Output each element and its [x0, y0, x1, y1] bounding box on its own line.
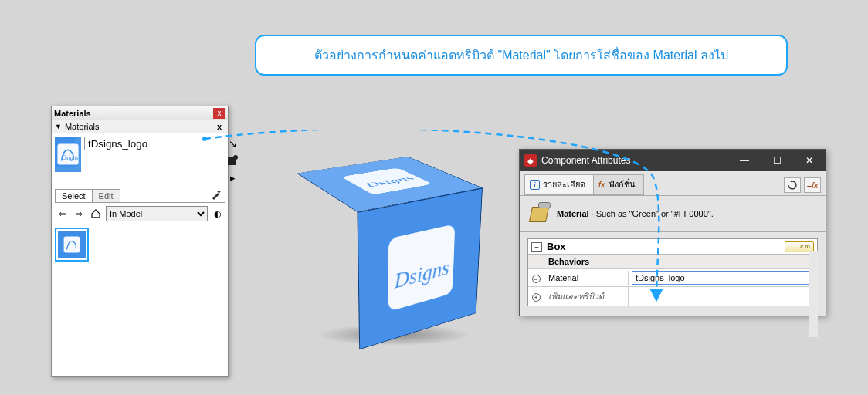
materials-section-text: Materials — [65, 122, 214, 131]
section-label: Behaviors — [544, 255, 629, 268]
attr-window-title: Component Attributes — [541, 155, 728, 166]
materials-panel: Materials x ▼ Materials x Dsigns ↘ ▸ — [51, 106, 229, 377]
material-name-input[interactable] — [84, 137, 222, 150]
remove-attr-icon[interactable]: – — [532, 275, 541, 283]
more-icon[interactable]: ▸ — [225, 170, 239, 184]
expand-icon[interactable]: – — [531, 242, 542, 252]
minimize-icon[interactable]: — — [728, 150, 761, 171]
tab-details[interactable]: i รายละเอียด — [524, 174, 594, 195]
thumbnail-list — [55, 225, 225, 265]
logo-icon: Dsigns — [55, 141, 81, 167]
maximize-icon[interactable]: ☐ — [761, 150, 793, 171]
logo-icon — [62, 235, 82, 255]
materials-section-header[interactable]: ▼ Materials x — [52, 120, 228, 133]
materials-title-bar[interactable]: Materials x — [52, 106, 228, 120]
close-icon[interactable]: ✕ — [793, 150, 826, 171]
attr-desc-hint: · Such as "Green" or "#FF0000". — [589, 209, 714, 218]
toggle-formula-icon[interactable]: =fx — [804, 177, 821, 193]
attr-title-bar[interactable]: ◆ Component Attributes — ☐ ✕ — [520, 150, 826, 171]
tab-functions[interactable]: fx ฟังก์ชั่น — [593, 174, 644, 195]
materials-title-text: Materials — [54, 109, 213, 118]
tab-functions-label: ฟังก์ชั่น — [609, 177, 636, 191]
svg-text:Dsigns: Dsigns — [61, 154, 78, 161]
nav-back-icon[interactable]: ⇦ — [55, 207, 69, 221]
instruction-callout: ตัวอย่างการกำหนดค่าแอตทริบิวต์ "Material… — [255, 35, 788, 76]
section-behaviors: Behaviors — [528, 255, 817, 269]
material-preview-large[interactable]: Dsigns — [55, 137, 81, 172]
tab-edit[interactable]: Edit — [92, 189, 120, 202]
svg-rect-4 — [217, 190, 220, 193]
attribute-row-add[interactable]: + เพิ่มแอตทริบิวต์ — [528, 287, 817, 306]
attr-label-add: เพิ่มแอตทริบิวต์ — [544, 287, 629, 306]
eyedropper-icon[interactable] — [208, 189, 225, 202]
nav-forward-icon[interactable]: ⇨ — [72, 207, 86, 221]
create-material-icon[interactable] — [225, 154, 239, 167]
scrollbar[interactable] — [809, 251, 818, 337]
paint-bucket-icon — [527, 202, 551, 225]
refresh-icon[interactable] — [784, 177, 801, 193]
fx-icon: fx — [598, 180, 605, 189]
material-thumb[interactable] — [55, 228, 89, 262]
attr-desc-label: Material — [557, 209, 589, 218]
info-icon: i — [530, 180, 540, 190]
component-name: Box — [547, 241, 785, 252]
svg-point-3 — [233, 155, 238, 160]
component-row[interactable]: – Box cm — [528, 239, 817, 255]
details-view-icon[interactable]: ◐ — [211, 207, 225, 221]
app-icon: ◆ — [524, 154, 537, 167]
attribute-description: Material · Such as "Green" or "#FF0000". — [520, 196, 826, 232]
instruction-text: ตัวอย่างการกำหนดค่าแอตทริบิวต์ "Material… — [314, 49, 728, 62]
nav-home-icon[interactable] — [89, 207, 103, 221]
attr-tabs: i รายละเอียด fx ฟังก์ชั่น =fx — [520, 171, 826, 196]
collapse-icon[interactable]: ▼ — [55, 123, 62, 130]
component-attributes-window: ◆ Component Attributes — ☐ ✕ i รายละเอีย… — [519, 149, 826, 316]
attribute-row-material[interactable]: – Material — [528, 269, 817, 287]
tab-details-label: รายละเอียด — [543, 177, 585, 191]
send-to-model-icon[interactable]: ↘ — [225, 137, 239, 150]
cube-face-front: Dsigns — [357, 188, 482, 350]
svg-rect-5 — [64, 237, 80, 253]
close-icon[interactable]: x — [213, 108, 225, 119]
add-attr-icon[interactable]: + — [532, 293, 541, 302]
tab-select[interactable]: Select — [55, 189, 93, 202]
material-value-input[interactable] — [632, 271, 814, 285]
model-viewport-cube: Dsigns Dsigns Dsigns — [293, 150, 479, 351]
attributes-grid: – Box cm Behaviors – Material + เพิ่มแอต… — [527, 238, 818, 306]
library-select[interactable]: In Model — [106, 206, 208, 221]
section-close-icon[interactable]: x — [214, 122, 225, 131]
attr-label-material: Material — [544, 271, 629, 285]
